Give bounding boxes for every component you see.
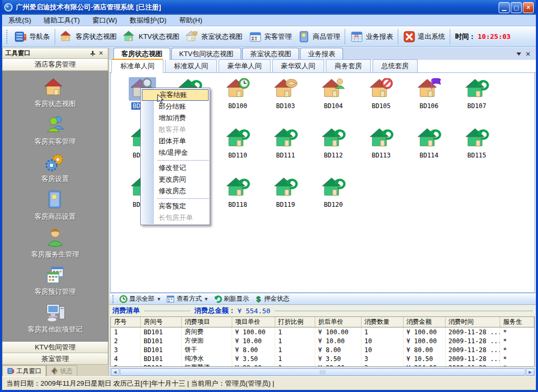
context-menu-item-2[interactable]: 增加消费 — [141, 112, 209, 124]
tab-overflow-icon[interactable] — [516, 52, 521, 56]
toolbar-button-5[interactable]: 商品管理 — [295, 29, 343, 44]
context-menu-item-4[interactable]: 团体开单 — [141, 135, 209, 147]
col-6[interactable]: 消费数量 — [361, 317, 403, 327]
view-tab-1[interactable]: KTV包间状态视图 — [171, 48, 241, 60]
toolbar-button-3[interactable]: 茶室状态视图 — [182, 29, 245, 44]
tab-close-icon[interactable]: ✕ — [525, 50, 531, 58]
room-BD115[interactable]: BD115 — [453, 126, 501, 176]
col-8[interactable]: 消费时间 — [445, 317, 500, 327]
scroll-left-icon[interactable]: ◄ — [111, 368, 119, 376]
room-vacant-icon — [224, 176, 252, 199]
sidebar-item-1[interactable]: 客房宾客管理 — [35, 114, 76, 146]
action-button-2[interactable]: 刷新显示 — [211, 294, 252, 304]
col-1[interactable]: 房间号 — [140, 317, 181, 327]
sidebar-item-0[interactable]: 客房状态视图 — [35, 78, 76, 109]
status-diamond-icon — [51, 367, 58, 375]
table-row[interactable]: 5BD101红葡萄酒¥ 88.001¥ 88.003¥ 264.002009-1… — [111, 363, 534, 367]
menubar-item-2[interactable]: 窗口(W) — [86, 15, 123, 26]
sidebar-section-header[interactable]: 酒店客房管理 — [2, 59, 108, 71]
room-type-tab-2[interactable]: 豪华单人间 — [219, 59, 271, 72]
room-BD113[interactable]: BD113 — [357, 126, 405, 176]
action-button-3[interactable]: $押金状态 — [252, 294, 292, 304]
context-menu-item-7[interactable]: 修改登记 — [141, 162, 209, 174]
col-4[interactable]: 打折比例 — [275, 317, 315, 327]
col-7[interactable]: 消费金额 — [403, 317, 445, 327]
sidebar-footer-tab-1[interactable]: 状态 — [46, 365, 77, 376]
menubar-item-3[interactable]: 数据维护(D) — [123, 15, 173, 26]
horizontal-scrollbar[interactable]: ◄ ► — [110, 368, 535, 376]
room-type-tab-4[interactable]: 商务套房 — [326, 59, 371, 72]
col-5[interactable]: 折后单价 — [315, 317, 361, 327]
context-menu-item-9[interactable]: 修改房态 — [141, 185, 209, 197]
dropdown-arrow-icon: ▼ — [157, 296, 161, 302]
toolbar-button-7[interactable]: 退出系统 — [400, 29, 448, 44]
context-menu-item-1[interactable]: 部分结账 — [141, 101, 209, 112]
room-BD120[interactable]: BD120 — [309, 176, 357, 225]
room-type-tab-1[interactable]: 标准双人间 — [165, 59, 217, 72]
toolwin-book-icon — [7, 367, 15, 375]
room-label: BD120 — [323, 201, 344, 208]
scroll-right-icon[interactable]: ► — [526, 368, 534, 376]
menubar-item-0[interactable]: 系统(S) — [2, 15, 37, 26]
context-menu-item-8[interactable]: 更改房间 — [141, 174, 209, 185]
room-BD111[interactable]: BD111 — [262, 126, 309, 176]
room-BD118[interactable]: BD118 — [214, 176, 262, 225]
toolbar-button-2[interactable]: KTV状态视图 — [120, 29, 182, 44]
room-type-tab-0[interactable]: 标准单人间 — [111, 59, 163, 73]
room-BD106[interactable]: BD106 — [405, 77, 453, 126]
room-type-tab-3[interactable]: 豪华双人间 — [272, 59, 324, 72]
minimize-button[interactable]: ▁ — [499, 2, 510, 13]
view-tab-2[interactable]: 茶室状态视图 — [242, 48, 299, 60]
sidebar-group-1[interactable]: 茶室管理 — [2, 353, 108, 365]
room-BD110[interactable]: BD110 — [214, 126, 262, 176]
sidebar-item-2[interactable]: 客房设置 — [42, 152, 69, 184]
room-type-tab-5[interactable]: 总统套房 — [373, 59, 418, 72]
room-label: BD103 — [275, 102, 296, 110]
room-BD119[interactable]: BD119 — [262, 176, 309, 225]
sidebar-close-icon[interactable]: ✕ — [97, 49, 105, 57]
room-BD105[interactable]: BD105 — [357, 77, 405, 126]
sidebar-item-6[interactable]: 客房其他款项登记 — [28, 302, 82, 334]
toolbar-separator — [398, 29, 398, 45]
menubar-item-4[interactable]: 帮助(H) — [173, 15, 209, 26]
table-row[interactable]: 4BD101纯净水¥ 3.501¥ 3.503¥ 10.502009-11-28… — [111, 354, 534, 363]
action-button-1[interactable]: 查看方式▼ — [164, 294, 211, 304]
context-menu-item-0[interactable]: 宾客结账 — [142, 89, 209, 101]
table-row[interactable]: 3BD101饼干¥ 8.001¥ 8.0010¥ 80.002009-11-28… — [111, 345, 534, 354]
table-row[interactable]: 2BD101方便面¥ 10.001¥ 10.0010¥ 100.002009-1… — [111, 336, 534, 345]
room-BD112[interactable]: BD112 — [309, 126, 357, 176]
view-tabstrip: 客房状态视图KTV包间状态视图茶室状态视图业务报表✕ — [109, 48, 536, 60]
context-menu-item-11[interactable]: 宾客预定 — [141, 200, 209, 212]
menubar-item-1[interactable]: 辅助工具(T) — [37, 15, 86, 26]
view-tab-3[interactable]: 业务报表 — [300, 48, 343, 60]
close-button[interactable]: ✕ — [523, 2, 534, 13]
col-3[interactable]: 项目单价 — [232, 317, 275, 327]
table-row[interactable]: 1BD101房间费¥ 100.001¥ 100.001¥ 100.002009-… — [111, 327, 534, 337]
room-BD100[interactable]: BD100 — [214, 77, 262, 126]
toolbar-button-6[interactable]: 业务报表 — [347, 29, 396, 44]
sidebar-footer-tab-0[interactable]: 工具窗口 — [2, 365, 46, 376]
maximize-button[interactable]: ▢ — [511, 2, 522, 13]
action-button-0[interactable]: 显示全部▼ — [117, 294, 164, 304]
toolbar-button-0[interactable]: 导航条 — [11, 29, 53, 44]
context-menu-item-5[interactable]: 续/退押金 — [141, 147, 209, 158]
toolbar-button-4[interactable]: 宾客管理 — [245, 29, 295, 44]
scrollbar-thumb[interactable] — [120, 368, 525, 376]
room-guest-icon — [320, 77, 347, 101]
room-BD103[interactable]: BD103 — [262, 77, 309, 126]
sidebar-item-4[interactable]: 客房服务生管理 — [32, 227, 79, 259]
sidebar-group-0[interactable]: KTV包间管理 — [2, 342, 108, 353]
room-BD114[interactable]: BD114 — [405, 126, 453, 176]
pin-icon[interactable] — [88, 49, 97, 57]
view-tab-0[interactable]: 客房状态视图 — [113, 48, 170, 60]
sidebar-item-5[interactable]: 客房预订管理 — [35, 264, 76, 296]
col-0[interactable]: 序号 — [111, 317, 140, 327]
clock-green-icon — [119, 295, 128, 303]
room-BD104[interactable]: BD104 — [309, 77, 357, 126]
room-BD107[interactable]: BD107 — [453, 77, 501, 126]
room-label: BD105 — [370, 102, 391, 110]
sidebar-item-3[interactable]: 客房商品设置 — [35, 189, 76, 221]
toolbar-button-1[interactable]: 客房状态视图 — [57, 29, 120, 44]
col-2[interactable]: 消费项目 — [181, 317, 232, 327]
col-9[interactable]: 服务生 — [500, 317, 534, 327]
